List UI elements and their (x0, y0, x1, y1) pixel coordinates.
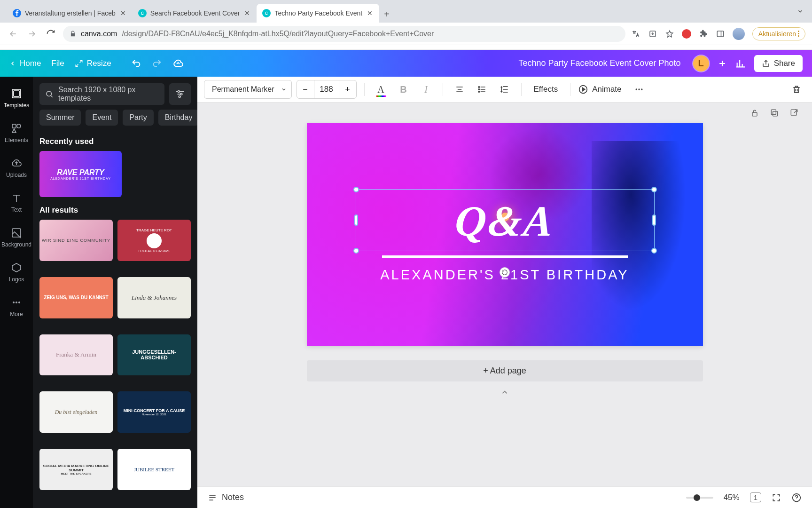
animate-button[interactable]: Animate (578, 84, 621, 95)
tag-chip[interactable]: Party (123, 110, 153, 126)
tag-chip[interactable]: Summer (39, 110, 81, 126)
template-thumb[interactable]: Franka & Armin (39, 334, 113, 376)
more-dots-icon (798, 31, 799, 37)
cloud-save-icon[interactable] (172, 58, 184, 69)
redo-icon[interactable] (152, 58, 162, 69)
browser-tab[interactable]: Veranstaltung erstellen | Faceb ✕ (7, 4, 133, 23)
undo-icon[interactable] (131, 58, 141, 69)
zoom-knob[interactable] (694, 494, 700, 501)
browser-tab[interactable]: Search Facebook Event Cover ✕ (133, 4, 257, 23)
template-thumb[interactable]: MINI-CONCERT FOR A CAUSENovember 12, 202… (117, 391, 191, 433)
bold-button[interactable]: B (395, 80, 413, 98)
home-button[interactable]: Home (9, 59, 41, 68)
svg-point-12 (18, 302, 20, 303)
template-thumb[interactable]: Du bist eingeladen (39, 391, 113, 433)
template-thumb[interactable]: JUBILEE STREET (117, 449, 191, 490)
install-icon[interactable] (648, 29, 657, 39)
rail-background[interactable]: Background (0, 222, 33, 254)
thumb-text: SOCIAL MEDIA MARKETING ONLINE SUMMIT (39, 464, 113, 472)
close-icon[interactable]: ✕ (243, 8, 251, 18)
template-thumb[interactable]: JUNGGESELLEN- ABSCHIED (117, 334, 191, 376)
user-avatar[interactable]: L (693, 56, 709, 71)
template-thumb[interactable]: SOCIAL MEDIA MARKETING ONLINE SUMMITMEET… (39, 449, 113, 490)
template-thumb[interactable]: ZEIG UNS, WAS DU KANNST (39, 277, 113, 318)
address-bar[interactable]: canva.com/design/DAFD-F8CnAU/e4ec5j_K8nf… (63, 26, 625, 42)
profile-avatar[interactable] (733, 28, 745, 40)
star-icon[interactable] (665, 29, 674, 39)
update-chip[interactable]: Aktualisieren (752, 27, 805, 40)
reload-icon[interactable] (44, 27, 57, 40)
font-size-value[interactable]: 188 (314, 80, 339, 99)
rail-logos[interactable]: Logos (0, 256, 33, 288)
rail-text[interactable]: Text (0, 187, 33, 219)
notes-icon (208, 493, 217, 502)
page-count-chip[interactable]: 1 (750, 492, 761, 502)
export-icon[interactable] (789, 108, 799, 118)
document-title[interactable]: Techno Party Facebook Event Cover Photo (518, 58, 680, 68)
resize-handle[interactable] (651, 248, 657, 254)
zoom-value[interactable]: 45% (724, 493, 740, 502)
share-button[interactable]: Share (754, 55, 803, 72)
template-thumb[interactable]: TRAGE HEUTE ROTFREITAG 01.02.2021 (117, 220, 191, 261)
text-color-icon[interactable]: A (372, 80, 390, 98)
close-icon[interactable]: ✕ (119, 8, 127, 18)
rail-uploads[interactable]: Uploads (0, 152, 33, 184)
list-icon[interactable] (473, 80, 491, 98)
resize-handle[interactable] (353, 248, 359, 254)
delete-icon[interactable] (788, 80, 805, 98)
expand-panel-icon[interactable] (500, 388, 509, 397)
translate-icon[interactable] (631, 29, 640, 39)
lock-toggle-icon[interactable] (750, 108, 759, 118)
spacing-icon[interactable] (496, 80, 514, 98)
duplicate-icon[interactable] (770, 108, 779, 118)
forward-icon[interactable] (25, 27, 39, 40)
tag-chip[interactable]: Event (86, 110, 118, 126)
increase-size-button[interactable]: + (339, 80, 357, 99)
extensions-icon[interactable] (699, 29, 708, 39)
template-thumb[interactable]: WIR SIND EINE COMMUNITY (39, 220, 113, 261)
sidepanel-icon[interactable] (716, 29, 725, 39)
notes-button[interactable]: Notes (208, 492, 244, 502)
thumb-text: TRAGE HEUTE ROT (136, 228, 172, 232)
back-icon[interactable] (7, 27, 20, 40)
alignment-icon[interactable] (451, 80, 468, 98)
decrease-size-button[interactable]: − (297, 80, 314, 99)
tab-list-dropdown-icon[interactable] (797, 8, 804, 15)
zoom-slider[interactable] (686, 497, 713, 499)
help-icon[interactable] (791, 492, 802, 503)
resize-button[interactable]: Resize (75, 59, 111, 68)
filter-button[interactable] (169, 83, 191, 105)
rail-more[interactable]: More (0, 291, 33, 323)
rotate-handle[interactable] (500, 267, 510, 278)
browser-tab-active[interactable]: Techno Party Facebook Event ✕ (257, 4, 379, 23)
insights-icon[interactable] (735, 58, 746, 69)
design-canvas[interactable]: Q&A ALEXANDER'S 21ST BIRTHDAY (307, 123, 703, 346)
file-menu[interactable]: File (51, 59, 64, 68)
divider-line[interactable] (382, 255, 628, 258)
tab-title: Search Facebook Event Cover (150, 9, 240, 17)
rail-label: Logos (9, 276, 24, 283)
resize-handle[interactable] (652, 214, 656, 226)
add-page-button[interactable]: + Add page (307, 360, 703, 381)
rail-elements[interactable]: Elements (0, 117, 33, 149)
close-icon[interactable]: ✕ (366, 8, 374, 18)
template-thumb[interactable]: Linda & Johannes (117, 277, 191, 318)
template-search-input[interactable]: Search 1920 x 1080 px templates (39, 83, 164, 105)
font-selector[interactable]: Permanent Marker (204, 80, 292, 99)
thumb-text: ALEXANDER'S 21ST BIRTHDAY (50, 177, 111, 180)
effects-button[interactable]: Effects (529, 85, 563, 94)
new-tab-button[interactable]: + (379, 6, 394, 23)
extension-icon[interactable] (682, 29, 691, 39)
template-thumb[interactable]: RAVE PARTY ALEXANDER'S 21ST BIRTHDAY (39, 151, 122, 197)
add-member-icon[interactable] (718, 59, 727, 68)
tag-chip[interactable]: Birthday (158, 110, 199, 126)
resize-handle[interactable] (353, 187, 359, 192)
fullscreen-icon[interactable] (772, 493, 781, 502)
more-options-icon[interactable] (630, 80, 648, 98)
resize-handle[interactable] (651, 187, 657, 192)
resize-handle[interactable] (354, 214, 358, 226)
template-grid: WIR SIND EINE COMMUNITY TRAGE HEUTE ROTF… (33, 220, 197, 508)
italic-button[interactable]: I (417, 80, 435, 98)
selection-box[interactable] (356, 189, 655, 251)
rail-templates[interactable]: Templates (0, 82, 33, 114)
